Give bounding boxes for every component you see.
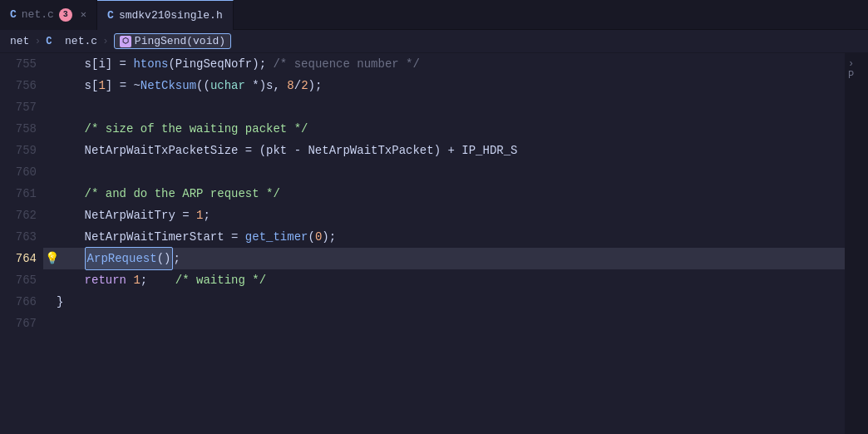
ln-758: 758 bbox=[0, 118, 37, 140]
code-line-763: NetArpWaitTimerStart = get_timer(0); bbox=[43, 226, 868, 248]
code-line-767 bbox=[43, 313, 868, 334]
code-line-765: return 1; /* waiting */ bbox=[43, 269, 868, 291]
breadcrumb: net › C net.c › ⬡ PingSend(void) bbox=[0, 30, 868, 53]
code-container: 755 756 757 758 759 760 761 762 763 764 … bbox=[0, 53, 868, 434]
ln-755: 755 bbox=[0, 53, 37, 75]
arp-request-highlight: ArpRequest() bbox=[85, 247, 174, 270]
ln-759: 759 bbox=[0, 140, 37, 161]
ln-756: 756 bbox=[0, 75, 37, 96]
ln-765: 765 bbox=[0, 269, 37, 291]
tab-smdkv210[interactable]: C smdkv210single.h bbox=[97, 0, 234, 30]
breadcrumb-sep-2: › bbox=[102, 35, 109, 47]
code-line-756: s[1] = ~NetCksum((uchar *)s, 8/2); bbox=[43, 75, 868, 96]
ln-760: 760 bbox=[0, 161, 37, 183]
breadcrumb-c-icon: C bbox=[46, 36, 52, 47]
code-line-764: 💡 ArpRequest(); bbox=[43, 248, 868, 269]
function-icon: ⬡ bbox=[120, 36, 131, 47]
code-line-766: } bbox=[43, 291, 868, 313]
code-lines: s[i] = htons(PingSeqNofr); /* sequence n… bbox=[43, 53, 868, 334]
ln-757: 757 bbox=[0, 96, 37, 118]
tab-bar: C net.c 3 ✕ C smdkv210single.h bbox=[0, 0, 868, 30]
tab-net-c-label: net.c bbox=[22, 8, 54, 21]
expand-button[interactable]: › P bbox=[845, 57, 868, 83]
breadcrumb-func-name: PingSend(void) bbox=[135, 35, 225, 47]
tab-close-button[interactable]: ✕ bbox=[81, 8, 86, 21]
code-line-762: NetArpWaitTry = 1; bbox=[43, 205, 868, 226]
tab-c-icon-2: C bbox=[107, 9, 114, 22]
ln-767: 767 bbox=[0, 313, 37, 334]
breadcrumb-net: net bbox=[10, 35, 29, 47]
code-line-755: s[i] = htons(PingSeqNofr); /* sequence n… bbox=[43, 53, 868, 75]
ln-761: 761 bbox=[0, 183, 37, 205]
code-line-757 bbox=[43, 96, 868, 118]
tab-smdkv210-label: smdkv210single.h bbox=[119, 9, 223, 22]
right-panel: › P bbox=[845, 53, 868, 434]
breadcrumb-function[interactable]: ⬡ PingSend(void) bbox=[114, 33, 231, 49]
code-line-759: NetArpWaitTxPacketSize = (pkt - NetArpWa… bbox=[43, 140, 868, 161]
code-area[interactable]: s[i] = htons(PingSeqNofr); /* sequence n… bbox=[43, 53, 868, 434]
code-line-761: /* and do the ARP request */ bbox=[43, 183, 868, 205]
ln-762: 762 bbox=[0, 205, 37, 226]
ln-766: 766 bbox=[0, 291, 37, 313]
ln-764: 764 bbox=[0, 248, 37, 269]
line-numbers: 755 756 757 758 759 760 761 762 763 764 … bbox=[0, 53, 43, 434]
code-line-760 bbox=[43, 161, 868, 183]
tab-c-icon: C bbox=[10, 8, 17, 21]
ln-763: 763 bbox=[0, 226, 37, 248]
line-indicator: 💡 bbox=[45, 248, 59, 269]
tab-net-c[interactable]: C net.c 3 ✕ bbox=[0, 0, 97, 30]
tab-badge: 3 bbox=[59, 8, 72, 22]
breadcrumb-file: C net.c bbox=[46, 35, 97, 47]
code-line-758: /* size of the waiting packet */ bbox=[43, 118, 868, 140]
breadcrumb-sep-1: › bbox=[34, 35, 41, 47]
